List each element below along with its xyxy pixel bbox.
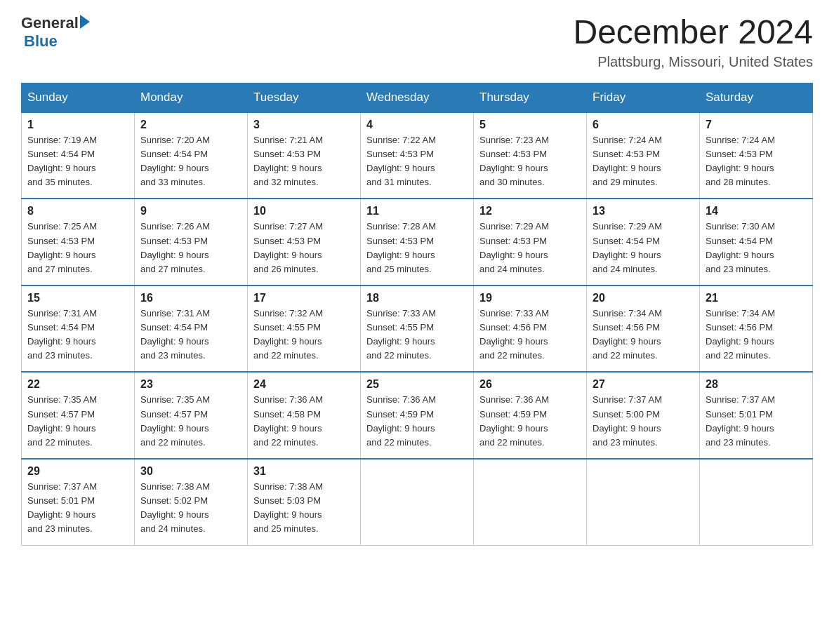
calendar-day-cell: 9 Sunrise: 7:26 AMSunset: 4:53 PMDayligh… (135, 199, 248, 286)
calendar-day-cell: 16 Sunrise: 7:31 AMSunset: 4:54 PMDaylig… (135, 286, 248, 373)
calendar-day-cell: 13 Sunrise: 7:29 AMSunset: 4:54 PMDaylig… (587, 199, 700, 286)
day-number: 3 (253, 119, 355, 131)
calendar-day-cell: 15 Sunrise: 7:31 AMSunset: 4:54 PMDaylig… (22, 286, 135, 373)
day-number: 18 (366, 292, 468, 304)
calendar-day-cell: 20 Sunrise: 7:34 AMSunset: 4:56 PMDaylig… (587, 286, 700, 373)
calendar-day-cell: 7 Sunrise: 7:24 AMSunset: 4:53 PMDayligh… (700, 112, 813, 199)
day-info: Sunrise: 7:24 AMSunset: 4:53 PMDaylight:… (593, 135, 662, 187)
day-number: 30 (140, 465, 241, 478)
day-number: 25 (366, 378, 468, 391)
day-info: Sunrise: 7:32 AMSunset: 4:55 PMDaylight:… (253, 308, 323, 361)
calendar-day-cell: 1 Sunrise: 7:19 AMSunset: 4:54 PMDayligh… (22, 112, 135, 199)
calendar-day-cell: 30 Sunrise: 7:38 AMSunset: 5:02 PMDaylig… (135, 459, 248, 545)
day-number: 19 (479, 292, 581, 304)
day-number: 31 (253, 465, 355, 478)
day-number: 10 (253, 205, 355, 217)
calendar-title: December 2024 (573, 14, 813, 51)
day-info: Sunrise: 7:26 AMSunset: 4:53 PMDaylight:… (140, 221, 210, 274)
day-number: 21 (706, 292, 807, 304)
calendar-day-cell: 25 Sunrise: 7:36 AMSunset: 4:59 PMDaylig… (361, 372, 474, 459)
day-number: 1 (27, 119, 128, 131)
weekday-header-row: Sunday Monday Tuesday Wednesday Thursday… (22, 83, 813, 112)
calendar-week-row: 29 Sunrise: 7:37 AMSunset: 5:01 PMDaylig… (22, 459, 813, 545)
day-number: 12 (479, 205, 581, 217)
day-info: Sunrise: 7:31 AMSunset: 4:54 PMDaylight:… (27, 308, 97, 361)
calendar-day-cell: 4 Sunrise: 7:22 AMSunset: 4:53 PMDayligh… (361, 112, 474, 199)
header-tuesday: Tuesday (248, 83, 361, 112)
calendar-day-cell: 11 Sunrise: 7:28 AMSunset: 4:53 PMDaylig… (361, 199, 474, 286)
logo-general: General (21, 14, 79, 32)
day-number: 15 (27, 292, 128, 304)
day-info: Sunrise: 7:38 AMSunset: 5:02 PMDaylight:… (140, 481, 210, 534)
calendar-day-cell: 6 Sunrise: 7:24 AMSunset: 4:53 PMDayligh… (587, 112, 700, 199)
calendar-day-cell: 12 Sunrise: 7:29 AMSunset: 4:53 PMDaylig… (474, 199, 587, 286)
calendar-week-row: 1 Sunrise: 7:19 AMSunset: 4:54 PMDayligh… (22, 112, 813, 199)
day-info: Sunrise: 7:25 AMSunset: 4:53 PMDaylight:… (27, 221, 97, 274)
calendar-day-cell: 29 Sunrise: 7:37 AMSunset: 5:01 PMDaylig… (22, 459, 135, 545)
day-number: 22 (27, 378, 128, 391)
day-info: Sunrise: 7:33 AMSunset: 4:56 PMDaylight:… (479, 308, 549, 361)
day-number: 26 (479, 378, 581, 391)
day-number: 23 (140, 378, 241, 391)
calendar-subtitle: Plattsburg, Missouri, United States (573, 54, 813, 70)
day-info: Sunrise: 7:35 AMSunset: 4:57 PMDaylight:… (27, 394, 97, 447)
calendar-day-cell: 23 Sunrise: 7:35 AMSunset: 4:57 PMDaylig… (135, 372, 248, 459)
day-number: 17 (253, 292, 355, 304)
day-info: Sunrise: 7:36 AMSunset: 4:59 PMDaylight:… (479, 394, 549, 447)
calendar-day-cell: 5 Sunrise: 7:23 AMSunset: 4:53 PMDayligh… (474, 112, 587, 199)
logo-arrow-icon (80, 15, 90, 29)
day-info: Sunrise: 7:36 AMSunset: 4:59 PMDaylight:… (366, 394, 436, 447)
day-number: 4 (366, 119, 468, 131)
day-info: Sunrise: 7:24 AMSunset: 4:53 PMDaylight:… (706, 135, 775, 187)
header-sunday: Sunday (22, 83, 135, 112)
calendar-day-cell: 3 Sunrise: 7:21 AMSunset: 4:53 PMDayligh… (248, 112, 361, 199)
calendar-day-cell: 28 Sunrise: 7:37 AMSunset: 5:01 PMDaylig… (700, 372, 813, 459)
calendar-day-cell: 21 Sunrise: 7:34 AMSunset: 4:56 PMDaylig… (700, 286, 813, 373)
day-info: Sunrise: 7:34 AMSunset: 4:56 PMDaylight:… (706, 308, 775, 361)
calendar-table: Sunday Monday Tuesday Wednesday Thursday… (21, 83, 813, 546)
day-number: 8 (27, 205, 128, 217)
day-info: Sunrise: 7:36 AMSunset: 4:58 PMDaylight:… (253, 394, 323, 447)
day-info: Sunrise: 7:35 AMSunset: 4:57 PMDaylight:… (140, 394, 210, 447)
logo: General Blue (21, 14, 90, 51)
day-number: 9 (140, 205, 241, 217)
day-number: 29 (27, 465, 128, 478)
calendar-day-cell (587, 459, 700, 545)
day-info: Sunrise: 7:33 AMSunset: 4:55 PMDaylight:… (366, 308, 436, 361)
day-number: 20 (593, 292, 694, 304)
day-info: Sunrise: 7:19 AMSunset: 4:54 PMDaylight:… (27, 135, 97, 187)
day-info: Sunrise: 7:31 AMSunset: 4:54 PMDaylight:… (140, 308, 210, 361)
header-saturday: Saturday (700, 83, 813, 112)
calendar-day-cell: 26 Sunrise: 7:36 AMSunset: 4:59 PMDaylig… (474, 372, 587, 459)
calendar-day-cell (474, 459, 587, 545)
day-number: 28 (706, 378, 807, 391)
header-friday: Friday (587, 83, 700, 112)
day-info: Sunrise: 7:20 AMSunset: 4:54 PMDaylight:… (140, 135, 210, 187)
day-info: Sunrise: 7:29 AMSunset: 4:54 PMDaylight:… (593, 221, 662, 274)
calendar-week-row: 8 Sunrise: 7:25 AMSunset: 4:53 PMDayligh… (22, 199, 813, 286)
header-wednesday: Wednesday (361, 83, 474, 112)
calendar-day-cell: 19 Sunrise: 7:33 AMSunset: 4:56 PMDaylig… (474, 286, 587, 373)
day-number: 27 (593, 378, 694, 391)
calendar-day-cell: 18 Sunrise: 7:33 AMSunset: 4:55 PMDaylig… (361, 286, 474, 373)
day-number: 6 (593, 119, 694, 131)
calendar-day-cell (700, 459, 813, 545)
day-number: 5 (479, 119, 581, 131)
day-info: Sunrise: 7:34 AMSunset: 4:56 PMDaylight:… (593, 308, 662, 361)
day-number: 7 (706, 119, 807, 131)
day-info: Sunrise: 7:28 AMSunset: 4:53 PMDaylight:… (366, 221, 436, 274)
day-number: 2 (140, 119, 241, 131)
day-number: 13 (593, 205, 694, 217)
day-number: 14 (706, 205, 807, 217)
day-info: Sunrise: 7:37 AMSunset: 5:01 PMDaylight:… (706, 394, 775, 447)
calendar-day-cell: 24 Sunrise: 7:36 AMSunset: 4:58 PMDaylig… (248, 372, 361, 459)
page-header: General Blue December 2024 Plattsburg, M… (21, 14, 813, 70)
day-info: Sunrise: 7:37 AMSunset: 5:01 PMDaylight:… (27, 481, 97, 534)
calendar-day-cell: 8 Sunrise: 7:25 AMSunset: 4:53 PMDayligh… (22, 199, 135, 286)
calendar-week-row: 15 Sunrise: 7:31 AMSunset: 4:54 PMDaylig… (22, 286, 813, 373)
calendar-day-cell: 17 Sunrise: 7:32 AMSunset: 4:55 PMDaylig… (248, 286, 361, 373)
day-info: Sunrise: 7:29 AMSunset: 4:53 PMDaylight:… (479, 221, 549, 274)
logo-blue: Blue (24, 32, 58, 51)
day-info: Sunrise: 7:27 AMSunset: 4:53 PMDaylight:… (253, 221, 323, 274)
calendar-day-cell (361, 459, 474, 545)
